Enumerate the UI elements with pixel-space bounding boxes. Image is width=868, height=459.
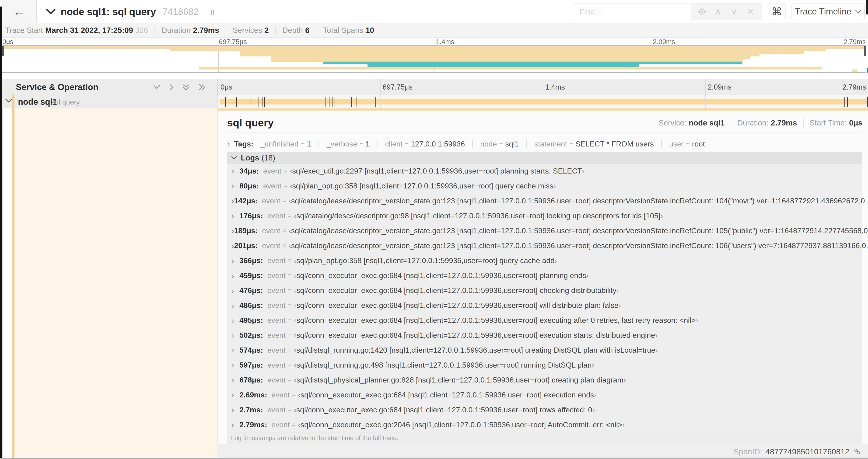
divider bbox=[526, 139, 527, 148]
log-expand-chevron-icon[interactable]: › bbox=[231, 256, 239, 265]
log-row[interactable]: ›486μs:event=‹sql/conn_executor_exec.go:… bbox=[227, 298, 862, 313]
log-expand-chevron-icon[interactable]: › bbox=[231, 361, 239, 370]
span-id-bar: SpanID: 4877749850101760812 bbox=[217, 444, 868, 459]
log-row[interactable]: ›2.7ms:event=‹sql/conn_executor_exec.go:… bbox=[227, 402, 862, 417]
minimap-axis-tick: 0μs bbox=[2, 38, 13, 46]
log-expand-chevron-icon[interactable]: › bbox=[231, 211, 239, 220]
tag-item: statement=SELECT * FROM users bbox=[534, 140, 654, 148]
log-row[interactable]: ›142μs:event=‹sql/catalog/lease/descript… bbox=[227, 193, 862, 208]
timeline-axis-tick: 2.09ms bbox=[708, 79, 732, 95]
log-event-tick bbox=[265, 97, 265, 107]
log-row[interactable]: ›201μs:event=‹sql/catalog/lease/descript… bbox=[227, 238, 862, 253]
log-expand-chevron-icon[interactable]: › bbox=[231, 286, 239, 295]
tags-label: Tags: bbox=[234, 140, 253, 148]
log-expand-chevron-icon[interactable]: › bbox=[231, 316, 239, 325]
log-event-tick bbox=[333, 97, 333, 107]
clear-search-icon[interactable]: ✕ bbox=[745, 6, 755, 17]
log-expand-chevron-icon[interactable]: › bbox=[231, 390, 239, 399]
log-row[interactable]: ›678μs:event=‹sql/distsql_physical_plann… bbox=[227, 372, 862, 387]
log-expand-chevron-icon[interactable]: › bbox=[231, 301, 239, 310]
trace-stat: Services2 bbox=[232, 26, 269, 35]
log-row[interactable]: ›597μs:event=‹sql/distsql_running.go:498… bbox=[227, 358, 862, 372]
log-row[interactable]: ›574μs:event=‹sql/distsql_running.go:142… bbox=[227, 342, 862, 358]
span-row-name-cell[interactable]: node sql1 sql query bbox=[0, 95, 217, 108]
minimap-right-handle[interactable] bbox=[864, 46, 866, 56]
minimap-left-handle[interactable] bbox=[2, 46, 4, 56]
log-expand-chevron-icon[interactable]: › bbox=[231, 182, 239, 191]
log-row[interactable]: ›176μs:event=‹sql/catalog/descs/descript… bbox=[227, 208, 862, 223]
span-duration-bar[interactable] bbox=[220, 99, 867, 104]
minimap-axis-tick: 1.4ms bbox=[436, 38, 454, 46]
next-result-icon[interactable]: ∨ bbox=[729, 6, 739, 17]
log-row[interactable]: ›2.69ms:event=‹sql/conn_executor_exec.go… bbox=[227, 387, 862, 402]
log-expand-chevron-icon[interactable]: › bbox=[231, 226, 234, 235]
log-expand-chevron-icon[interactable]: › bbox=[231, 271, 239, 280]
trace-collapse-chevron-icon[interactable] bbox=[46, 8, 56, 15]
minimap-axis-tick: 2.09ms bbox=[653, 38, 675, 46]
divider bbox=[661, 139, 662, 148]
log-row[interactable]: ›34μs:event=‹sql/exec_util.go:2297 [nsql… bbox=[227, 163, 862, 178]
log-event-tick bbox=[356, 97, 357, 107]
minimap-axis-tick: 697.75μs bbox=[219, 38, 247, 46]
expand-one-icon[interactable] bbox=[169, 84, 174, 91]
service-operation-label: Service & Operation bbox=[16, 79, 98, 95]
minimap-span-bar bbox=[199, 67, 822, 70]
back-arrow-icon: ← bbox=[13, 5, 25, 19]
log-expand-chevron-icon[interactable]: › bbox=[231, 346, 239, 355]
minimap-right-scrubber[interactable] bbox=[867, 68, 868, 73]
minimap-canvas[interactable] bbox=[2, 45, 866, 72]
log-row[interactable]: ›189μs:event=‹sql/catalog/lease/descript… bbox=[227, 223, 862, 238]
copy-link-icon[interactable] bbox=[853, 447, 862, 456]
prev-result-icon[interactable]: ∧ bbox=[713, 6, 723, 17]
log-row[interactable]: ›502μs:event=‹sql/conn_executor_exec.go:… bbox=[227, 328, 862, 342]
window-left-edge bbox=[0, 6, 2, 459]
trace-view-selector[interactable]: Trace Timeline bbox=[792, 3, 865, 20]
collapse-one-icon[interactable] bbox=[153, 85, 160, 89]
log-expand-chevron-icon[interactable]: › bbox=[231, 196, 234, 205]
log-expand-chevron-icon[interactable]: › bbox=[231, 241, 234, 250]
logs-section: Logs (18) ›34μs:event=‹sql/exec_util.go:… bbox=[227, 152, 862, 444]
log-row[interactable]: ›2.79ms:event=‹sql/conn_executor_exec.go… bbox=[227, 417, 862, 432]
log-event-tick bbox=[844, 97, 845, 107]
log-event-tick bbox=[325, 97, 326, 107]
log-row[interactable]: ›366μs:event=‹sql/plan_opt.go:358 [nsql1… bbox=[227, 253, 862, 268]
span-operation-name: sql query bbox=[51, 95, 80, 109]
minimap-axis-tick: 2.79ms bbox=[843, 38, 866, 46]
find-input[interactable]: Find... bbox=[573, 3, 691, 20]
timeline-axis-tick: 0μs bbox=[220, 79, 232, 95]
log-expand-chevron-icon[interactable]: › bbox=[231, 405, 239, 415]
collapse-all-icon[interactable] bbox=[183, 84, 189, 91]
expand-all-icon[interactable] bbox=[198, 84, 205, 91]
column-resizer-grip[interactable] bbox=[211, 10, 214, 15]
tags-expand-chevron-icon[interactable]: › bbox=[227, 139, 230, 149]
log-row[interactable]: ›459μs:event=‹sql/conn_executor_exec.go:… bbox=[227, 268, 862, 283]
log-expand-chevron-icon[interactable]: › bbox=[231, 420, 239, 429]
keyboard-shortcuts-button[interactable]: ⌘ bbox=[768, 3, 786, 20]
top-header: ← node sql1: sql query 7418682 Find... ∧… bbox=[0, 0, 868, 23]
span-detail-panel: sql query Service:node sql1 Duration:2.7… bbox=[217, 110, 868, 444]
logs-list: ›34μs:event=‹sql/exec_util.go:2297 [nsql… bbox=[227, 163, 862, 432]
tags-row[interactable]: › Tags: _unfinished=1_verbose=1client=12… bbox=[227, 136, 705, 152]
back-button[interactable]: ← bbox=[2, 0, 37, 23]
chevron-down-icon bbox=[855, 10, 861, 13]
log-event-tick bbox=[331, 97, 331, 107]
log-row[interactable]: ›476μs:event=‹sql/conn_executor_exec.go:… bbox=[227, 283, 862, 298]
service-value: node sql1 bbox=[689, 119, 725, 127]
page-title: node sql1: sql query bbox=[61, 6, 156, 18]
trace-stats-bar: Trace StartMarch 31 2022, 17:25:09.326Du… bbox=[0, 23, 868, 38]
log-event-tick bbox=[258, 97, 259, 107]
span-collapse-chevron-icon[interactable] bbox=[5, 98, 12, 104]
log-row[interactable]: ›80μs:event=‹sql/plan_opt.go:358 [nsql1,… bbox=[227, 178, 862, 193]
logs-header[interactable]: Logs (18) bbox=[227, 152, 862, 163]
log-expand-chevron-icon[interactable]: › bbox=[231, 375, 239, 385]
trace-stat: Total Spans10 bbox=[323, 26, 374, 35]
log-expand-chevron-icon[interactable]: › bbox=[231, 331, 239, 340]
tag-item: client=127.0.0.1:59936 bbox=[385, 140, 465, 148]
log-expand-chevron-icon[interactable]: › bbox=[231, 167, 239, 176]
log-row[interactable]: ›495μs:event=‹sql/conn_executor_exec.go:… bbox=[227, 313, 862, 328]
tag-item: _verbose=1 bbox=[327, 140, 370, 148]
minimap-span-bar bbox=[2, 46, 866, 49]
trace-minimap: 0μs697.75μs1.4ms2.09ms2.79ms bbox=[0, 38, 868, 73]
span-row-timeline-cell[interactable] bbox=[217, 95, 868, 108]
focus-result-icon[interactable] bbox=[697, 6, 707, 17]
